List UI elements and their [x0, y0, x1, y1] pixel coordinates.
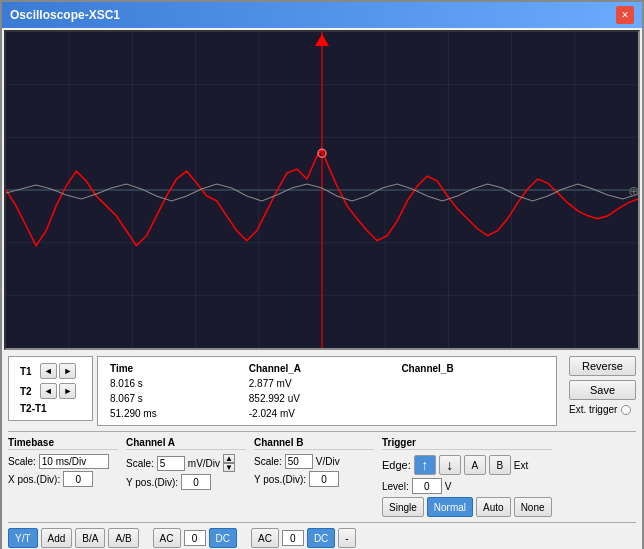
channel-b-scale-unit: V/Div: [316, 456, 340, 467]
trigger-mode-row: Single Normal Auto None: [382, 497, 552, 517]
trigger-level-input[interactable]: [412, 478, 442, 494]
trigger-single-button[interactable]: Single: [382, 497, 424, 517]
t1-right-button[interactable]: ►: [59, 363, 76, 379]
yt-button[interactable]: Y/T: [8, 528, 38, 548]
t2-left-button[interactable]: ◄: [40, 383, 57, 399]
meas-t2t1-cha: -2.024 mV: [245, 407, 396, 420]
trigger-ext-label: Ext: [514, 460, 528, 471]
meas-t2t1-time: 51.290 ms: [106, 407, 243, 420]
channel-a-scale-row: Scale: mV/Div ▲ ▼: [126, 454, 246, 472]
meas-t2-cha: 852.992 uV: [245, 392, 396, 405]
oscilloscope-screen: ⊕: [4, 30, 640, 350]
right-buttons: Reverse Save Ext. trigger: [569, 356, 636, 415]
trigger-level-row: Level: V: [382, 478, 552, 494]
save-button[interactable]: Save: [569, 380, 636, 400]
trigger-rising-button[interactable]: ↑: [414, 455, 436, 475]
ext-trigger-circle[interactable]: [621, 405, 631, 415]
channel-a-up[interactable]: ▲: [223, 454, 235, 463]
timebase-scale-row: Scale:: [8, 454, 118, 469]
cha-coupling-input[interactable]: [184, 530, 206, 546]
channel-b-scale-row: Scale: V/Div: [254, 454, 374, 469]
channel-b-title: Channel B: [254, 437, 374, 450]
trigger-auto-button[interactable]: Auto: [476, 497, 511, 517]
chb-coupling-input[interactable]: [282, 530, 304, 546]
channel-a-scale-unit: mV/Div: [188, 458, 220, 469]
trigger-chan-a-button[interactable]: A: [464, 455, 486, 475]
svg-text:⊕: ⊕: [628, 183, 638, 199]
close-button[interactable]: ×: [616, 6, 634, 24]
cha-ac-button[interactable]: AC: [153, 528, 181, 548]
channel-a-ypos-input[interactable]: [181, 474, 211, 490]
t1-label: T1: [17, 362, 35, 380]
col-time: Time: [106, 362, 243, 375]
channel-a-spinner[interactable]: ▲ ▼: [223, 454, 235, 472]
controls-area: T1 ◄ ► T2 ◄ ► T2-T1: [2, 352, 642, 549]
channel-b-scale-input[interactable]: [285, 454, 313, 469]
t1-left-button[interactable]: ◄: [40, 363, 57, 379]
channel-a-title: Channel A: [126, 437, 246, 450]
channel-b-ypos-row: Y pos.(Div):: [254, 471, 374, 487]
window-title: Oscilloscope-XSC1: [10, 8, 120, 22]
meas-t2-chb: [397, 392, 548, 405]
ab-button[interactable]: A/B: [108, 528, 138, 548]
trigger-edge-row: Edge: ↑ ↓ A B Ext: [382, 455, 552, 475]
timebase-scale-label: Scale:: [8, 456, 36, 467]
t2t1-label: T2-T1: [17, 402, 79, 415]
divider-1: [8, 431, 636, 432]
trigger-edge-label: Edge:: [382, 459, 411, 471]
settings-row: Timebase Scale: X pos.(Div): Channel A S…: [8, 437, 636, 517]
cha-dc-button[interactable]: DC: [209, 528, 237, 548]
trigger-level-label: Level:: [382, 481, 409, 492]
trigger-chan-b-button[interactable]: B: [489, 455, 511, 475]
channel-b-ypos-input[interactable]: [309, 471, 339, 487]
title-bar: Oscilloscope-XSC1 ×: [2, 2, 642, 28]
timebase-scale-input[interactable]: [39, 454, 109, 469]
chb-ac-button[interactable]: AC: [251, 528, 279, 548]
oscilloscope-grid: ⊕: [6, 32, 638, 348]
timebase-title: Timebase: [8, 437, 118, 450]
timebase-group: Timebase Scale: X pos.(Div):: [8, 437, 118, 487]
meas-t1-cha: 2.877 mV: [245, 377, 396, 390]
col-channel-b: Channel_B: [397, 362, 548, 375]
col-channel-a: Channel_A: [245, 362, 396, 375]
channel-a-down[interactable]: ▼: [223, 463, 235, 472]
reverse-button[interactable]: Reverse: [569, 356, 636, 376]
trigger-falling-button[interactable]: ↓: [439, 455, 461, 475]
measurements-table: Time Channel_A Channel_B 8.016 s 2.877 m…: [97, 356, 557, 426]
meas-t2-time: 8.067 s: [106, 392, 243, 405]
t2-label: T2: [17, 382, 35, 400]
channel-a-scale-input[interactable]: [157, 456, 185, 471]
measurements-row: T1 ◄ ► T2 ◄ ► T2-T1: [8, 356, 636, 426]
chb-dc-button[interactable]: DC: [307, 528, 335, 548]
meas-t1-chb: [397, 377, 548, 390]
ba-button[interactable]: B/A: [75, 528, 105, 548]
chb-minus-button[interactable]: -: [338, 528, 355, 548]
oscilloscope-window: Oscilloscope-XSC1 ×: [0, 0, 644, 549]
channel-a-ypos-label: Y pos.(Div):: [126, 477, 178, 488]
timebase-xpos-label: X pos.(Div):: [8, 474, 60, 485]
channel-a-ypos-row: Y pos.(Div):: [126, 474, 246, 490]
add-button[interactable]: Add: [41, 528, 73, 548]
cursor-controls: T1 ◄ ► T2 ◄ ► T2-T1: [8, 356, 93, 421]
channel-b-group: Channel B Scale: V/Div Y pos.(Div):: [254, 437, 374, 487]
ext-trigger-label: Ext. trigger: [569, 404, 617, 415]
t2-right-button[interactable]: ►: [59, 383, 76, 399]
trigger-title: Trigger: [382, 437, 552, 450]
ext-trigger-row: Ext. trigger: [569, 404, 636, 415]
channel-b-scale-label: Scale:: [254, 456, 282, 467]
channel-a-group: Channel A Scale: mV/Div ▲ ▼ Y pos.(Div):: [126, 437, 246, 490]
trigger-none-button[interactable]: None: [514, 497, 552, 517]
meas-t2t1-chb: [397, 407, 548, 420]
channel-a-scale-label: Scale:: [126, 458, 154, 469]
trigger-group: Trigger Edge: ↑ ↓ A B Ext Level: V Singl…: [382, 437, 552, 517]
bottom-buttons-row: Y/T Add B/A A/B AC DC AC DC -: [8, 528, 636, 548]
channel-b-ypos-label: Y pos.(Div):: [254, 474, 306, 485]
trigger-normal-button[interactable]: Normal: [427, 497, 473, 517]
divider-2: [8, 522, 636, 523]
timebase-xpos-input[interactable]: [63, 471, 93, 487]
trigger-level-unit: V: [445, 481, 452, 492]
timebase-xpos-row: X pos.(Div):: [8, 471, 118, 487]
meas-t1-time: 8.016 s: [106, 377, 243, 390]
